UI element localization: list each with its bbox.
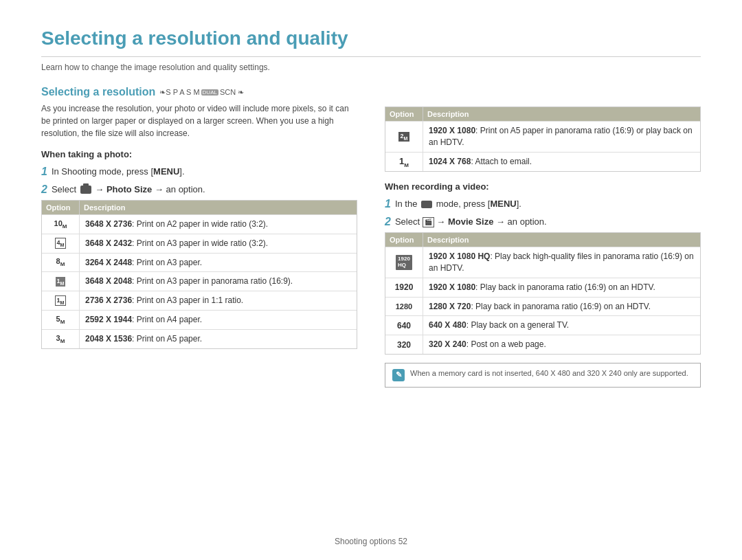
table-row: 10M 3648 X 2736: Print on A2 paper in wi… bbox=[42, 214, 357, 234]
step-2-photo: 2 Select → Photo Size → an option. bbox=[41, 183, 357, 197]
step-1-video: 1 In the mode, press [MENU]. bbox=[385, 197, 701, 211]
video-camera-icon bbox=[421, 201, 432, 208]
table-row: 1920HQ 1920 X 1080 HQ: Play back high-qu… bbox=[385, 247, 700, 278]
movie-icon: 🎬 bbox=[423, 217, 434, 228]
note-icon: ✎ bbox=[392, 369, 405, 381]
table-row: 320 320 X 240: Post on a web page. bbox=[385, 335, 700, 354]
footer-text: Shooting options 52 bbox=[335, 537, 407, 546]
camera-icon bbox=[80, 186, 91, 194]
photo-table-header: Option Description bbox=[42, 201, 357, 214]
table-row: 640 640 X 480: Play back on a general TV… bbox=[385, 315, 700, 335]
table-row: 1920 1920 X 1080: Play back in panorama … bbox=[385, 278, 700, 297]
two-column-layout: Selecting a resolution ❧S P A S M DUAL S… bbox=[41, 86, 701, 388]
table-row: 5M 2592 X 1944: Print on A4 paper. bbox=[42, 310, 357, 329]
col-description: Description bbox=[423, 107, 700, 121]
right-column: Option Description 2M 1920 X 1080: Print… bbox=[385, 86, 701, 388]
section-title-resolution: Selecting a resolution ❧S P A S M DUAL S… bbox=[41, 86, 357, 98]
option-320: 320 bbox=[385, 335, 423, 354]
option-1280: 1280 bbox=[385, 298, 423, 316]
step-1-photo: 1 In Shooting mode, press [MENU]. bbox=[41, 165, 357, 179]
footer: Shooting options 52 bbox=[0, 537, 742, 546]
table-row: 3M 2048 X 1536: Print on A5 paper. bbox=[42, 329, 357, 348]
step2-photo-text: Select → Photo Size → an option. bbox=[52, 183, 205, 197]
option-8m: 8M bbox=[42, 254, 80, 272]
step2-video-text: Select 🎬 → Movie Size → an option. bbox=[395, 215, 547, 229]
step1-video-text: In the mode, press [MENU]. bbox=[395, 197, 521, 211]
photo-table-right: Option Description 2M 1920 X 1080: Print… bbox=[385, 107, 701, 172]
option-10m: 10M bbox=[42, 215, 80, 234]
option-640: 640 bbox=[385, 316, 423, 335]
col-description: Description bbox=[80, 201, 357, 214]
table-row: 1M 2736 X 2736: Print on A3 paper in 1:1… bbox=[42, 291, 357, 310]
option-2m: 2M bbox=[385, 122, 423, 152]
mode-icons: ❧S P A S M DUAL SCN ❧ bbox=[159, 88, 244, 97]
col-option: Option bbox=[385, 233, 423, 247]
photo-table-left: Option Description 10M 3648 X 2736: Prin… bbox=[41, 200, 357, 349]
col-option: Option bbox=[42, 201, 80, 214]
left-column: Selecting a resolution ❧S P A S M DUAL S… bbox=[41, 86, 357, 388]
option-hd: 1920HQ bbox=[385, 247, 423, 278]
step1-photo-text: In Shooting mode, press [MENU]. bbox=[52, 165, 185, 179]
video-table-header: Option Description bbox=[385, 233, 700, 247]
table-row: 1M 3648 X 2048: Print on A3 paper in pan… bbox=[42, 271, 357, 291]
col-description: Description bbox=[423, 233, 700, 247]
option-1m-sq: 1M bbox=[42, 291, 80, 310]
when-photo-label: When taking a photo: bbox=[41, 149, 357, 159]
option-3m: 3M bbox=[42, 330, 80, 348]
table-row: 1M 1024 X 768: Attach to email. bbox=[385, 152, 700, 172]
option-1m-pano: 1M bbox=[42, 272, 80, 291]
note-box: ✎ When a memory card is not inserted, 64… bbox=[385, 363, 701, 388]
table-row: 8M 3264 X 2448: Print on A3 paper. bbox=[42, 253, 357, 272]
option-5m: 5M bbox=[42, 311, 80, 329]
resolution-description: As you increase the resolution, your pho… bbox=[41, 102, 357, 139]
photo-table-right-header: Option Description bbox=[385, 107, 700, 121]
option-1m-email: 1M bbox=[385, 153, 423, 172]
table-row: 4M 3648 X 2432: Print on A3 paper in wid… bbox=[42, 234, 357, 253]
when-video-label: When recording a video: bbox=[385, 181, 701, 192]
video-table: Option Description 1920HQ 1920 X 1080 HQ… bbox=[385, 232, 701, 355]
table-row: 2M 1920 X 1080: Print on A5 paper in pan… bbox=[385, 121, 700, 152]
col-option: Option bbox=[385, 107, 423, 121]
table-row: 1280 1280 X 720: Play back in panorama r… bbox=[385, 297, 700, 316]
option-4m: 4M bbox=[42, 234, 80, 253]
page-container: Selecting a resolution and quality Learn… bbox=[0, 0, 742, 560]
note-text: When a memory card is not inserted, 640 … bbox=[410, 369, 688, 377]
page-title: Selecting a resolution and quality bbox=[41, 27, 701, 57]
option-1920: 1920 bbox=[385, 278, 423, 297]
page-subtitle: Learn how to change the image resolution… bbox=[41, 63, 701, 72]
step-2-video: 2 Select 🎬 → Movie Size → an option. bbox=[385, 215, 701, 229]
